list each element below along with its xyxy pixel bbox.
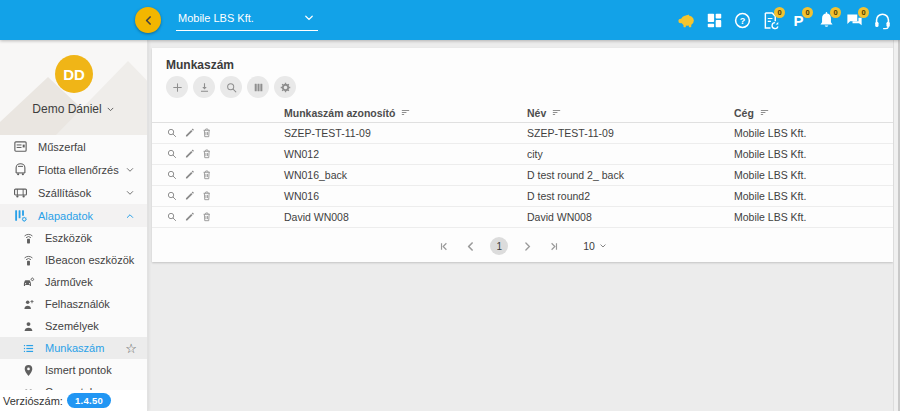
piggy-bank-icon (677, 11, 696, 30)
search-button[interactable] (220, 76, 242, 98)
edit-row-button[interactable] (184, 211, 196, 223)
table-cell: David WN008 (284, 211, 527, 223)
table-row: WN012cityMobile LBS Kft. (152, 144, 893, 165)
next-page-button[interactable] (521, 240, 534, 253)
sidebar-item-label: Ismert pontok (45, 364, 112, 376)
settings-button[interactable] (274, 76, 296, 98)
vertical-scrollbar[interactable] (893, 40, 900, 411)
delete-row-button[interactable] (201, 190, 213, 202)
delete-row-button[interactable] (201, 127, 213, 139)
table-cell: Mobile LBS Kft. (734, 148, 893, 160)
favorite-star-icon[interactable]: ☆ (125, 342, 137, 355)
columns-icon (252, 81, 265, 94)
page-title: Munkaszám (166, 58, 234, 72)
sidebar-item-felhasznalok[interactable]: Felhasználók (0, 293, 147, 315)
svg-text:?: ? (740, 15, 746, 25)
notifications-badge: 0 (830, 7, 841, 18)
table-row: David WN008David WN008Mobile LBS Kft. (152, 207, 893, 228)
delete-row-button[interactable] (201, 211, 213, 223)
view-row-button[interactable] (166, 127, 178, 139)
person-icon (22, 320, 37, 333)
delete-row-button[interactable] (201, 148, 213, 160)
sidebar-item-label: Műszerfal (38, 141, 86, 153)
table-cell: city (527, 148, 734, 160)
table-cell: Mobile LBS Kft. (734, 169, 893, 181)
reports-badge: 0 (774, 7, 785, 18)
table-cell: WN016 (284, 190, 527, 202)
sidebar-item-label: Felhasználók (45, 298, 110, 310)
user-menu[interactable]: Demo Dániel (0, 102, 147, 116)
column-header[interactable]: Munkaszám azonosító (284, 107, 527, 119)
main-area: Munkaszám Munkaszám azonosítóNévCégSZEP-… (148, 40, 900, 411)
reports-button[interactable]: 0 (759, 8, 782, 32)
sidebar-item-muszerfal[interactable]: Műszerfal (0, 135, 147, 158)
sidebar-item-ibeacon-eszkozok[interactable]: IBeacon eszközök (0, 249, 147, 271)
sidebar-menu: MűszerfalFlotta ellenőrzésSzállításokAla… (0, 135, 147, 391)
savings-button[interactable] (675, 8, 698, 32)
current-page-button[interactable]: 1 (490, 237, 508, 255)
edit-row-button[interactable] (184, 190, 196, 202)
row-actions (166, 169, 284, 181)
sidebar-item-munkaszam[interactable]: Munkaszám☆ (0, 337, 147, 359)
view-row-button[interactable] (166, 211, 178, 223)
profile-section: DD Demo Dániel (0, 40, 147, 135)
table: Munkaszám azonosítóNévCégSZEP-TEST-11-09… (152, 103, 893, 228)
sidebar-item-flotta-ellenorzes[interactable]: Flotta ellenőrzés (0, 158, 147, 181)
table-cell: Mobile LBS Kft. (734, 127, 893, 139)
page-size-select[interactable]: 10 (583, 240, 607, 252)
map-pin-icon (22, 364, 37, 377)
delete-row-button[interactable] (201, 169, 213, 181)
chevron-down-icon (106, 105, 115, 114)
data-settings-icon (13, 208, 30, 223)
table-cell: D test round2 (527, 190, 734, 202)
chevron-left-icon (142, 14, 155, 27)
messages-badge: 0 (858, 7, 869, 18)
table-cell: SZEP-TEST-11-09 (527, 127, 734, 139)
support-button[interactable] (871, 8, 894, 32)
notifications-button[interactable]: 0 (815, 8, 838, 32)
table-cell: SZEP-TEST-11-09 (284, 127, 527, 139)
row-actions (166, 148, 284, 160)
sidebar-item-label: IBeacon eszközök (45, 254, 134, 266)
view-row-button[interactable] (166, 148, 178, 160)
last-page-button[interactable] (547, 240, 560, 253)
page-size-value: 10 (583, 240, 595, 252)
parking-button[interactable]: P0 (787, 8, 810, 32)
back-button[interactable] (135, 7, 161, 33)
edit-row-button[interactable] (184, 148, 196, 160)
chevron-up-icon (125, 211, 135, 221)
sidebar-item-eszkozok[interactable]: Eszközök (0, 227, 147, 249)
download-icon (198, 81, 211, 94)
company-selector[interactable]: Mobile LBS Kft. (176, 6, 318, 31)
sidebar-item-label: Flotta ellenőrzés (38, 164, 119, 176)
table-cell: D test round 2_ back (527, 169, 734, 181)
add-button[interactable] (166, 76, 188, 98)
columns-button[interactable] (247, 76, 269, 98)
sidebar-item-szemelyek[interactable]: Személyek (0, 315, 147, 337)
messages-button[interactable]: 0 (843, 8, 866, 32)
beacon-icon (22, 254, 37, 267)
truck-side-icon (13, 185, 30, 200)
column-header[interactable]: Név (527, 107, 734, 119)
sidebar-item-ismert-pontok[interactable]: Ismert pontok (0, 359, 147, 381)
parking-badge: 0 (802, 7, 813, 18)
export-button[interactable] (193, 76, 215, 98)
sort-icon (551, 107, 562, 118)
column-header[interactable]: Cég (734, 107, 893, 119)
first-page-button[interactable] (438, 240, 451, 253)
previous-page-button[interactable] (464, 240, 477, 253)
table-header-row: Munkaszám azonosítóNévCég (152, 103, 893, 123)
search-icon (225, 81, 238, 94)
view-row-button[interactable] (166, 190, 178, 202)
edit-row-button[interactable] (184, 169, 196, 181)
apps-button[interactable] (703, 8, 726, 32)
sidebar-item-szallitasok[interactable]: Szállítások (0, 181, 147, 204)
sidebar-item-alapadatok[interactable]: Alapadatok (0, 204, 147, 227)
edit-row-button[interactable] (184, 127, 196, 139)
sidebar-item-jarmuvek[interactable]: Járművek (0, 271, 147, 293)
table-row: WN016_backD test round 2_ backMobile LBS… (152, 165, 893, 186)
view-row-button[interactable] (166, 169, 178, 181)
sidebar-item-label: Szállítások (38, 187, 91, 199)
sidebar-item-label: Munkaszám (45, 342, 104, 354)
help-button[interactable]: ? (731, 8, 754, 32)
